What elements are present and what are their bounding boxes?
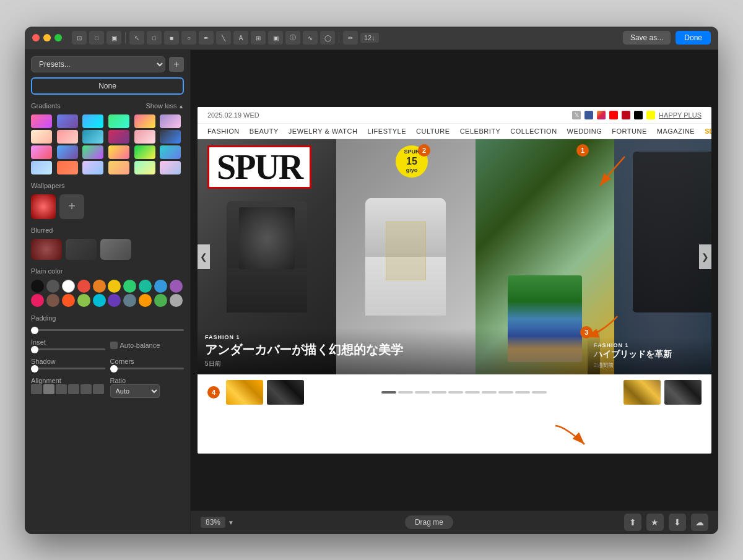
bookmark-icon[interactable]: ★ — [646, 514, 664, 531]
gradient-swatch[interactable] — [82, 114, 103, 128]
align-bottom-button[interactable] — [93, 384, 104, 394]
thumb-1[interactable] — [226, 380, 263, 405]
corners-thumb[interactable] — [110, 365, 118, 373]
color-blue[interactable] — [154, 280, 167, 293]
padding-thumb[interactable] — [31, 327, 38, 334]
circle-icon[interactable]: ○ — [181, 31, 196, 45]
youtube-icon[interactable] — [609, 111, 618, 119]
inset-slider[interactable] — [31, 348, 105, 350]
gradient-swatch[interactable] — [160, 161, 181, 174]
snapchat-icon[interactable] — [646, 111, 655, 119]
nav-wedding[interactable]: WEDDING — [567, 127, 602, 135]
gradient-swatch[interactable] — [108, 145, 129, 159]
show-less-button[interactable]: Show less — [146, 102, 184, 110]
gradient-swatch[interactable] — [57, 130, 78, 144]
nav-culture[interactable]: CULTURE — [416, 127, 450, 135]
hero-prev-button[interactable]: ❮ — [198, 244, 210, 269]
twitter-icon[interactable]: 𝕏 — [572, 111, 581, 119]
color-black[interactable] — [31, 280, 44, 293]
gradient-swatch[interactable] — [31, 130, 52, 144]
align-left-button[interactable] — [31, 384, 42, 394]
shadow-slider[interactable] — [31, 368, 105, 369]
minimize-button[interactable] — [43, 34, 51, 41]
color-medgreen[interactable] — [154, 294, 167, 307]
color-bluegray[interactable] — [123, 294, 136, 307]
nav-fortune[interactable]: FORTUNE — [612, 127, 646, 135]
nav-lifestyle[interactable]: LIFESTYLE — [367, 127, 406, 135]
pointer-icon[interactable]: ↖ — [129, 31, 144, 45]
happy-plus-link[interactable]: HAPPY PLUS — [659, 111, 702, 119]
color-purple[interactable] — [170, 280, 183, 293]
border-icon[interactable]: ▣ — [268, 31, 283, 45]
nav-collection[interactable]: COLLECTION — [510, 127, 557, 135]
share-icon[interactable]: ⬆ — [624, 514, 641, 531]
none-button[interactable]: None — [31, 77, 184, 95]
color-green[interactable] — [123, 280, 136, 293]
gradient-swatch[interactable] — [82, 130, 103, 144]
maximize-button[interactable] — [54, 34, 62, 41]
padding-slider[interactable] — [31, 329, 184, 331]
gradient-swatch[interactable] — [134, 114, 155, 128]
align-top-button[interactable] — [68, 384, 79, 394]
bezier-icon[interactable]: ∿ — [303, 31, 318, 45]
gradient-swatch[interactable] — [31, 145, 52, 159]
color-deeporange[interactable] — [62, 294, 75, 307]
blurred-swatch-3[interactable] — [100, 239, 131, 260]
add-wallpaper-button[interactable]: + — [59, 194, 84, 219]
nav-celebrity[interactable]: CELEBRITY — [460, 127, 501, 135]
color-lightgray[interactable] — [170, 294, 183, 307]
gradient-swatch[interactable] — [57, 114, 78, 128]
cloud-icon[interactable]: ☁ — [691, 514, 708, 531]
fill-rect-icon[interactable]: ■ — [164, 31, 179, 45]
auto-balance-checkbox[interactable] — [110, 342, 118, 349]
gradient-swatch[interactable] — [160, 130, 181, 144]
gradient-swatch[interactable] — [82, 145, 103, 159]
brush-icon[interactable]: ✏ — [343, 31, 358, 45]
color-pink[interactable] — [31, 294, 44, 307]
nav-sdgs[interactable]: SDGs — [705, 127, 711, 135]
done-button[interactable]: Done — [676, 31, 711, 45]
gradient-swatch[interactable] — [31, 114, 52, 128]
color-red[interactable] — [77, 280, 90, 293]
gradient-swatch[interactable] — [57, 145, 78, 159]
align-mid-button[interactable] — [80, 384, 92, 394]
blurred-swatch-1[interactable] — [31, 239, 62, 260]
text-icon[interactable]: A — [233, 31, 248, 45]
zoom-chevron-icon[interactable]: ▼ — [228, 519, 234, 526]
facebook-icon[interactable] — [584, 111, 593, 119]
instagram-icon[interactable] — [597, 111, 606, 119]
gradient-swatch[interactable] — [108, 130, 129, 144]
line-icon[interactable]: ╲ — [216, 31, 231, 45]
thumb-5[interactable] — [624, 380, 661, 405]
gradient-swatch[interactable] — [82, 161, 103, 174]
color-amber[interactable] — [139, 294, 152, 307]
brush-size[interactable]: 12↓ — [360, 33, 379, 43]
nav-fashion[interactable]: FASHION — [207, 127, 240, 135]
color-white[interactable] — [62, 280, 75, 293]
zoom-button[interactable]: 83% — [201, 517, 225, 528]
gradient-swatch[interactable] — [160, 145, 181, 159]
color-brown[interactable] — [46, 294, 59, 307]
download-icon[interactable]: ⬇ — [669, 514, 686, 531]
pen-icon[interactable]: ✒ — [199, 31, 214, 45]
blurred-swatch-2[interactable] — [66, 239, 97, 260]
align-right-button[interactable] — [56, 384, 67, 394]
drag-me-button[interactable]: Drag me — [405, 515, 453, 529]
corners-slider[interactable] — [110, 368, 185, 369]
gradient-swatch[interactable] — [57, 161, 78, 174]
thumb-6[interactable] — [664, 380, 702, 405]
hero-next-button[interactable]: ❯ — [699, 244, 711, 269]
color-orange[interactable] — [93, 280, 106, 293]
shape-icon[interactable]: ◯ — [320, 31, 335, 45]
tiktok-icon[interactable] — [634, 111, 643, 119]
expand-icon[interactable]: ⊞ — [251, 31, 266, 45]
nav-beauty[interactable]: BEAUTY — [250, 127, 279, 135]
thumb-2[interactable] — [267, 380, 304, 405]
select-icon[interactable]: ⊡ — [72, 31, 87, 45]
image-icon[interactable]: ▣ — [106, 31, 121, 45]
save-as-button[interactable]: Save as... — [623, 31, 671, 45]
rect-icon[interactable]: □ — [147, 31, 162, 45]
color-yellow[interactable] — [108, 280, 121, 293]
nav-magazine[interactable]: MAGAZINE — [657, 127, 695, 135]
pinterest-icon[interactable] — [622, 111, 630, 119]
